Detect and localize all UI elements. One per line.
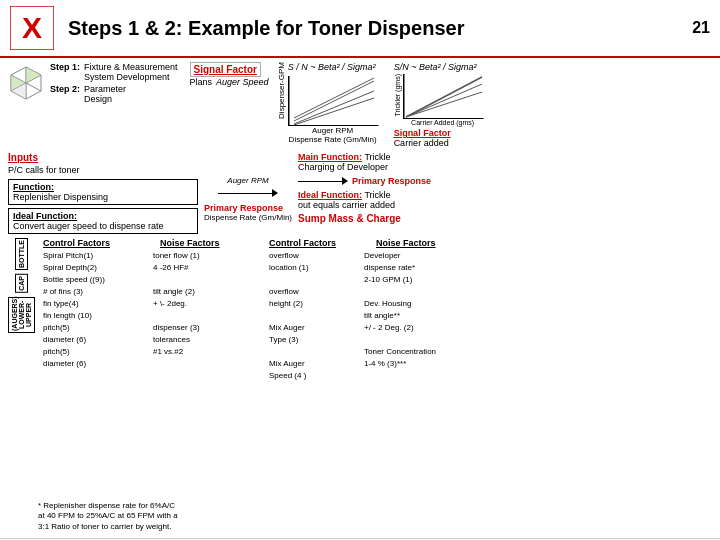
cfr-item-2: location (1) (269, 262, 354, 274)
cf-item-4: # of fins (3) (43, 286, 143, 298)
nf-item-3: tilt angle (2) (153, 286, 200, 298)
cf-item-5: fin type(4) (43, 298, 143, 310)
arrow-right (298, 177, 348, 185)
cf-item-8: diameter (6) (43, 334, 143, 346)
nf-item-6: tolerances (153, 334, 200, 346)
cf-item-10: diameter (6) (43, 358, 143, 370)
step2-text: ParameterDesign (84, 84, 126, 104)
control-factors-right-title: Control Factors (269, 238, 336, 248)
nf-spacer-1 (153, 274, 200, 286)
nfr-item-4: Dev. Housing (364, 298, 436, 310)
noise-factors-right-list: Developer dispense rate* 2-10 GPM (1) De… (364, 250, 436, 382)
cfr-spacer-3 (269, 346, 354, 358)
cfr-item-1: overflow (269, 250, 354, 262)
page-title: Steps 1 & 2: Example for Toner Dispenser (68, 17, 692, 40)
cf-item-9: pitch(5) (43, 346, 143, 358)
trickle-axis-label: Trickler (gms) (394, 74, 401, 117)
nf-item-2: 4 -26 HF# (153, 262, 200, 274)
left-chart: S / N ~ Beta² / Sigma² Auger RPM Dispens… (288, 62, 378, 144)
dispense-rate-label: Dispense Rate (Gm/Min) (288, 135, 378, 144)
svg-line-22 (406, 92, 482, 117)
svg-line-15 (294, 91, 374, 124)
cf-item-1: Spiral Pitch(1) (43, 250, 143, 262)
svg-line-20 (406, 77, 482, 117)
signal-factor-label: Signal Factor (190, 62, 261, 77)
cap-label: CAP (15, 274, 28, 293)
noise-factors-left-list: toner flow (1) 4 -26 HF# tilt angle (2) … (153, 250, 200, 370)
cf-item-7: pitch(5) (43, 322, 143, 334)
hexagon-diagram (8, 65, 44, 101)
page-number: 21 (692, 19, 710, 37)
steps-info: Step 1: Fixture & MeasurementSystem Deve… (8, 62, 712, 148)
auger-rpm-axis: Auger RPM (288, 126, 378, 135)
svg-marker-9 (26, 67, 41, 83)
pc-calls-label: P/C calls for toner (8, 165, 198, 175)
nfr-spacer-1 (364, 286, 436, 298)
note-section: * Replenisher dispense rate for 6%A/Cat … (38, 501, 712, 532)
nfr-item-3: 2-10 GPM (1) (364, 274, 436, 286)
xerox-logo: X (10, 6, 54, 50)
nfr-item-6: +/ - 2 Deg. (2) (364, 322, 436, 334)
step2-label: Step 2: (50, 84, 80, 104)
bottle-label: BOTTLE (15, 238, 28, 270)
nfr-spacer-2 (364, 334, 436, 346)
page-header: X Steps 1 & 2: Example for Toner Dispens… (0, 0, 720, 58)
function-box: Function: Replenisher Dispensing (8, 179, 198, 205)
main-content: Step 1: Fixture & MeasurementSystem Deve… (0, 58, 720, 536)
carrier-chart: Carrier Added (gms) (403, 74, 483, 126)
carrier-added-label: Carrier Added (gms) (403, 119, 483, 126)
noise-factors-left-title: Noise Factors (160, 238, 220, 248)
signal-factor-carrier: Signal Factor Carrier added (394, 128, 451, 148)
svg-line-5 (26, 83, 41, 91)
primary-response-left: Primary Response (204, 203, 292, 213)
cfr-spacer-1 (269, 274, 354, 286)
cfr-item-5: Mix Auger (269, 322, 354, 334)
control-factors-left-title: Control Factors (43, 238, 110, 248)
carrier-added-text: Carrier added (394, 138, 449, 148)
sn-formula-left: S / N ~ Beta² / Sigma² (288, 62, 378, 72)
nf-item-4: + \- 2deg. (153, 298, 200, 310)
step1-label: Step 1: (50, 62, 80, 82)
plans-label: Plans (190, 77, 213, 87)
ideal-function-box: Ideal Function: Convert auger speed to d… (8, 208, 198, 234)
function-title: Function: (13, 182, 193, 192)
cfr-item-7: Mix Auger (269, 358, 354, 370)
dispense-rate-mid: Dispense Rate (Gm/Min) (204, 213, 292, 222)
arrow-mid (218, 189, 278, 197)
ideal-function-title: Ideal Function: (13, 211, 193, 221)
nf-item-7: #1 vs.#2 (153, 346, 200, 358)
ideal-function-desc: Convert auger speed to dispense rate (13, 221, 193, 231)
bottom-section: BOTTLE CAP (AUGERS)LOWER-UPPER Control F… (8, 238, 712, 498)
main-function-label: Main Function: (298, 152, 362, 162)
auger-speed-label: Auger Speed (216, 77, 269, 87)
sidebar-labels: BOTTLE CAP (AUGERS)LOWER-UPPER (8, 238, 35, 498)
svg-line-21 (406, 84, 482, 117)
nf-item-1: toner flow (1) (153, 250, 200, 262)
augers-label: (AUGERS)LOWER-UPPER (8, 297, 35, 333)
nfr-item-7: Toner Concentration (364, 346, 436, 358)
sf-label: Signal Factor (394, 128, 451, 138)
sn-formula-right: S/N ~ Beta² / Sigma² (394, 62, 477, 72)
step1-text: Fixture & MeasurementSystem Development (84, 62, 178, 82)
control-factors-left-list: Spiral Pitch(1) Spiral Depth(2) Bottle s… (43, 250, 143, 370)
ideal-function-right: Ideal Function: Trickleout equals carrie… (298, 190, 498, 210)
middle-section: Inputs P/C calls for toner Function: Rep… (8, 152, 712, 234)
cfr-item-6: Type (3) (269, 334, 354, 346)
nfr-item-5: tilt angle** (364, 310, 436, 322)
note-text: * Replenisher dispense rate for 6%A/Cat … (38, 501, 178, 531)
svg-line-14 (294, 81, 374, 121)
cfr-item-4: height (2) (269, 298, 354, 310)
cfr-item-8: Speed (4 ) (269, 370, 354, 382)
main-function-text: Main Function: TrickleCharging of Develo… (298, 152, 498, 172)
cfr-item-3: overflow (269, 286, 354, 298)
nf-spacer-2 (153, 310, 200, 322)
svg-text:X: X (22, 11, 42, 44)
nf-item-5: dispenser (3) (153, 322, 200, 334)
cf-item-6: fin length (10) (43, 310, 143, 322)
function-desc: Replenisher Dispensing (13, 192, 193, 202)
noise-factors-right-title: Noise Factors (376, 238, 436, 248)
ideal-function-right-label: Ideal Function: (298, 190, 362, 200)
auger-chart (288, 76, 378, 126)
cf-item-3: Bottle speed ((9)) (43, 274, 143, 286)
control-factors-right-list: overflow location (1) overflow height (2… (269, 250, 354, 382)
